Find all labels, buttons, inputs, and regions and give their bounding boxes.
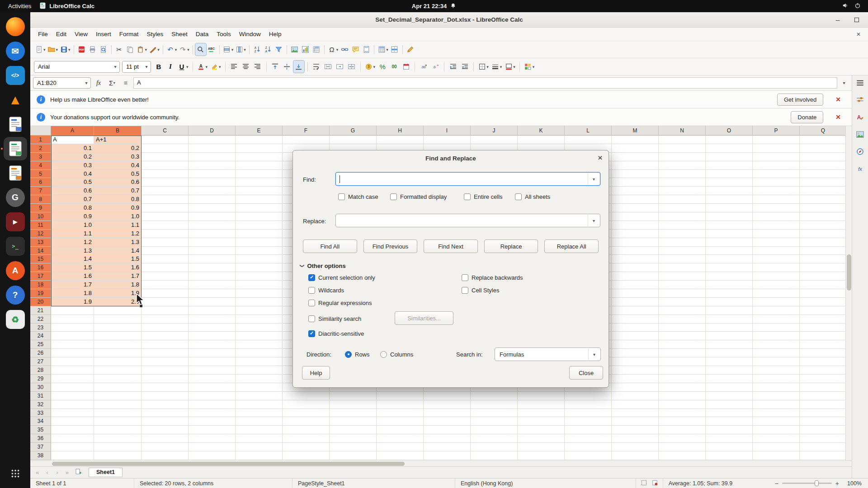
cell-D14[interactable] — [189, 247, 236, 255]
cell-Q23[interactable] — [800, 324, 847, 332]
cell-F38[interactable] — [283, 451, 330, 460]
cell-Q29[interactable] — [800, 375, 847, 383]
cell-N7[interactable] — [659, 187, 706, 195]
cell-C12[interactable] — [142, 230, 189, 238]
cell-P1[interactable] — [753, 136, 800, 144]
cell-A29[interactable] — [51, 375, 94, 383]
cell-O25[interactable] — [706, 340, 753, 349]
cell-Q20[interactable] — [800, 298, 847, 306]
cell-E9[interactable] — [236, 204, 283, 212]
current-selection-only-checkbox[interactable]: Current selection only — [308, 274, 375, 281]
cell-Q2[interactable] — [800, 144, 847, 153]
cell-N9[interactable] — [659, 204, 706, 212]
cell-A25[interactable] — [51, 340, 94, 349]
cut-button[interactable]: ✂ — [114, 43, 125, 56]
cell-B35[interactable] — [94, 426, 142, 434]
cell-A22[interactable] — [51, 315, 94, 324]
ubuntu-software-icon[interactable]: A — [4, 259, 27, 282]
save-button[interactable]: ▾ — [59, 43, 71, 56]
cell-E28[interactable] — [236, 366, 283, 375]
cell-D37[interactable] — [189, 443, 236, 451]
cell-D29[interactable] — [189, 375, 236, 383]
cell-O38[interactable] — [706, 451, 753, 460]
cell-M28[interactable] — [612, 366, 659, 375]
cell-N6[interactable] — [659, 178, 706, 187]
cell-L34[interactable] — [565, 417, 612, 426]
cell-E35[interactable] — [236, 426, 283, 434]
row-header-35[interactable]: 35 — [30, 426, 51, 434]
cell-P29[interactable] — [753, 375, 800, 383]
column-header-H[interactable]: H — [377, 126, 424, 136]
cell-N31[interactable] — [659, 392, 706, 400]
column-header-N[interactable]: N — [659, 126, 706, 136]
cell-Q24[interactable] — [800, 332, 847, 340]
dropdown-caret-icon[interactable]: ▾ — [157, 47, 160, 52]
cell-B38[interactable] — [94, 451, 142, 460]
row-header-34[interactable]: 34 — [30, 417, 51, 426]
cell-N12[interactable] — [659, 230, 706, 238]
cell-M7[interactable] — [612, 187, 659, 195]
cell-E24[interactable] — [236, 332, 283, 340]
cell-D36[interactable] — [189, 434, 236, 443]
zoom-slider-handle[interactable] — [815, 480, 819, 486]
cell-C22[interactable] — [142, 315, 189, 324]
row-header-9[interactable]: 9 — [30, 204, 51, 212]
cell-C7[interactable] — [142, 187, 189, 195]
cell-E10[interactable] — [236, 212, 283, 221]
row-header-20[interactable]: 20 — [30, 298, 51, 306]
cell-E31[interactable] — [236, 392, 283, 400]
column-header-D[interactable]: D — [189, 126, 236, 136]
cell-E11[interactable] — [236, 221, 283, 230]
horizontal-scrollbar[interactable] — [30, 460, 852, 466]
cell-D3[interactable] — [189, 153, 236, 161]
merge-and-center-cells-button[interactable] — [323, 61, 334, 73]
cell-E30[interactable] — [236, 383, 283, 392]
cell-E18[interactable] — [236, 281, 283, 289]
dropdown-caret-icon[interactable]: ▾ — [386, 47, 388, 52]
cell-M33[interactable] — [612, 409, 659, 418]
cell-Q32[interactable] — [800, 400, 847, 409]
cell-P33[interactable] — [753, 409, 800, 418]
formula-input-line[interactable]: A — [133, 77, 837, 89]
cell-I31[interactable] — [424, 392, 471, 400]
find-all-button[interactable]: Find All — [303, 239, 357, 253]
freeze-rows-and-columns-button[interactable]: ▾ — [377, 43, 389, 56]
cell-M34[interactable] — [612, 417, 659, 426]
menu-window[interactable]: Window — [235, 28, 265, 40]
cell-E25[interactable] — [236, 340, 283, 349]
cell-I38[interactable] — [424, 451, 471, 460]
cell-C27[interactable] — [142, 357, 189, 366]
navigator-button[interactable] — [854, 146, 866, 159]
cell-G36[interactable] — [330, 434, 377, 443]
spelling-button[interactable]: ABC — [206, 43, 217, 56]
merge-cells-button[interactable] — [335, 61, 345, 73]
minimize-button[interactable]: – — [834, 16, 842, 24]
cell-B20[interactable]: 2.0 — [94, 298, 142, 306]
cell-O23[interactable] — [706, 324, 753, 332]
libreoffice-writer-icon[interactable] — [4, 113, 27, 136]
cell-A11[interactable]: 1.0 — [51, 221, 94, 230]
cell-A14[interactable]: 1.3 — [51, 247, 94, 255]
cell-M36[interactable] — [612, 434, 659, 443]
cell-N4[interactable] — [659, 161, 706, 170]
cell-Q35[interactable] — [800, 426, 847, 434]
cell-C32[interactable] — [142, 400, 189, 409]
new-document-button[interactable]: ▾ — [34, 43, 47, 56]
cell-O34[interactable] — [706, 417, 753, 426]
cell-H31[interactable] — [377, 392, 424, 400]
cell-N5[interactable] — [659, 170, 706, 178]
cell-P28[interactable] — [753, 366, 800, 375]
cell-M38[interactable] — [612, 451, 659, 460]
replace-dropdown-button[interactable]: ▾ — [588, 215, 599, 226]
cell-Q8[interactable] — [800, 195, 847, 204]
cell-E32[interactable] — [236, 400, 283, 409]
show-draw-functions-button[interactable] — [405, 43, 416, 56]
cell-P9[interactable] — [753, 204, 800, 212]
center-vertically-button[interactable] — [282, 61, 292, 73]
column-header-F[interactable]: F — [283, 126, 330, 136]
cell-E7[interactable] — [236, 187, 283, 195]
selection-mode-icon[interactable] — [641, 479, 647, 488]
cell-O22[interactable] — [706, 315, 753, 324]
similarity-search-checkbox[interactable]: Similarity search — [308, 315, 361, 322]
sort-descending-button[interactable]: ZA — [263, 43, 274, 56]
